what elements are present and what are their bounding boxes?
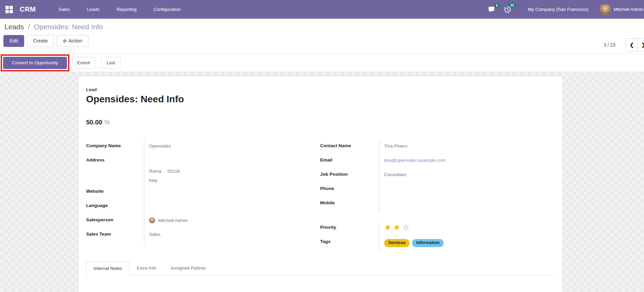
- tag-information[interactable]: Information: [412, 239, 444, 247]
- form-sheet: Lead Opensides: Need Info 50.00% Company…: [78, 76, 563, 292]
- field-email: Email tina@opensides.example.com: [320, 155, 554, 169]
- job-position-value: Consultant: [379, 169, 554, 184]
- probability-unit: %: [104, 119, 110, 126]
- job-position-label: Job Position: [320, 169, 379, 184]
- chevron-left-icon: ❮: [630, 42, 634, 48]
- field-address: Address Roma00118 Italy: [86, 155, 320, 186]
- phone-label: Phone: [320, 184, 379, 198]
- menu-reporting[interactable]: Reporting: [108, 4, 145, 15]
- field-job-position: Job Position Consultant: [320, 169, 554, 184]
- lost-button[interactable]: Lost: [101, 57, 120, 69]
- field-priority: Priority ★★☆: [320, 222, 554, 237]
- sales-team-label: Sales Team: [86, 229, 144, 243]
- chevron-right-icon: ❯: [641, 42, 644, 48]
- breadcrumb-current: Opensides: Need Info: [34, 23, 103, 31]
- field-company-name: Company Name Opensides: [86, 141, 320, 155]
- address-zip: 00118: [167, 169, 180, 174]
- highlight-box: Convert to Opportunity: [1, 54, 69, 71]
- tab-assigned-partner[interactable]: Assigned Partner: [164, 261, 213, 275]
- address-country: Italy: [149, 176, 320, 185]
- menu-leads[interactable]: Leads: [79, 4, 108, 15]
- email-label: Email: [320, 155, 379, 169]
- email-value[interactable]: tina@opensides.example.com: [379, 155, 554, 169]
- gear-icon: ⚙: [63, 38, 67, 44]
- tab-internal-notes[interactable]: Internal Notes: [86, 261, 130, 275]
- company-switcher[interactable]: My Company (San Francisco): [528, 7, 589, 12]
- right-field-group: Contact Name Tina Pinero Email tina@open…: [320, 141, 554, 251]
- tab-extra-info[interactable]: Extra Info: [130, 261, 164, 275]
- language-label: Language: [86, 201, 144, 215]
- star-empty-icon[interactable]: ☆: [402, 223, 410, 232]
- company-name-value: Opensides: [144, 141, 320, 155]
- tags-list: ServicesInformation: [379, 237, 554, 251]
- breadcrumb-separator: /: [28, 23, 30, 31]
- user-name: Mitchell Admin: [614, 7, 644, 12]
- contact-name-value: Tina Pinero: [379, 141, 554, 155]
- chat-bubble-icon: [488, 6, 495, 13]
- website-value: [144, 186, 320, 201]
- star-filled-icon[interactable]: ★: [393, 223, 401, 232]
- statusbar: Convert to Opportunity Enrich Lost: [0, 54, 644, 72]
- user-menu[interactable]: Mitchell Admin: [600, 4, 644, 15]
- salesperson-avatar: [149, 217, 155, 223]
- field-contact-name: Contact Name Tina Pinero: [320, 141, 554, 155]
- company-name-label: Company Name: [86, 141, 144, 155]
- salesperson-name[interactable]: Mitchell Admin: [158, 218, 188, 223]
- menu-configuration[interactable]: Configuration: [145, 4, 189, 15]
- field-mobile: Mobile: [320, 198, 554, 212]
- menu-sales[interactable]: Sales: [50, 4, 79, 15]
- language-value: [144, 201, 320, 215]
- address-value: Roma00118 Italy: [144, 155, 320, 186]
- convert-to-opportunity-button[interactable]: Convert to Opportunity: [3, 57, 67, 69]
- create-button[interactable]: Create: [27, 35, 54, 47]
- control-panel: Leads / Opensides: Need Info Edit Create…: [0, 19, 644, 54]
- priority-stars: ★★☆: [379, 222, 554, 237]
- mobile-value: [379, 198, 554, 212]
- edit-button[interactable]: Edit: [3, 35, 24, 47]
- mobile-label: Mobile: [320, 198, 379, 212]
- left-field-group: Company Name Opensides Address Roma00118…: [86, 141, 320, 251]
- content-background: Lead Opensides: Need Info 50.00% Company…: [0, 72, 644, 292]
- probability: 50.00%: [86, 119, 554, 126]
- app-navbar: CRM Sales Leads Reporting Configuration …: [0, 0, 644, 19]
- control-buttons: Edit Create ⚙Action: [3, 35, 644, 47]
- breadcrumb: Leads / Opensides: Need Info: [0, 19, 644, 31]
- navbar-systray: 5 32 My Company (San Francisco) Mitchell…: [488, 4, 644, 15]
- field-language: Language: [86, 201, 320, 215]
- enrich-button[interactable]: Enrich: [72, 57, 95, 69]
- address-label: Address: [86, 155, 144, 186]
- star-filled-icon[interactable]: ★: [384, 223, 392, 232]
- sales-team-value[interactable]: Sales: [144, 229, 320, 243]
- field-phone: Phone: [320, 184, 554, 198]
- field-groups: Company Name Opensides Address Roma00118…: [86, 141, 554, 251]
- app-name[interactable]: CRM: [20, 5, 36, 13]
- pager-next-button[interactable]: ❯: [638, 39, 644, 51]
- breadcrumb-leads-link[interactable]: Leads: [4, 23, 24, 31]
- priority-label: Priority: [320, 222, 379, 237]
- pager: 3 / 23 ❮ ❯: [604, 38, 644, 51]
- main-menu: Sales Leads Reporting Configuration: [50, 4, 189, 15]
- messages-button[interactable]: 5: [488, 6, 495, 13]
- apps-grid-icon[interactable]: [5, 6, 13, 13]
- page-title: Opensides: Need Info: [86, 94, 554, 105]
- user-avatar: [600, 4, 610, 15]
- action-button-label: Action: [68, 38, 82, 44]
- activities-button[interactable]: 32: [504, 6, 511, 13]
- notebook-tabs: Internal NotesExtra InfoAssigned Partner: [86, 261, 554, 275]
- field-tags: Tags ServicesInformation: [320, 237, 554, 251]
- salesperson-value: Mitchell Admin: [144, 215, 320, 229]
- contact-name-label: Contact Name: [320, 141, 379, 155]
- phone-value: [379, 184, 554, 198]
- pager-buttons: ❮ ❯: [626, 38, 644, 51]
- field-salesperson: Salesperson Mitchell Admin: [86, 215, 320, 229]
- field-website: Website: [86, 186, 320, 201]
- lead-type-label: Lead: [86, 87, 554, 92]
- action-button[interactable]: ⚙Action: [57, 35, 88, 47]
- address-city-line: Roma00118: [149, 167, 320, 176]
- pager-counter: 3 / 23: [604, 42, 615, 48]
- tags-label: Tags: [320, 237, 379, 251]
- tag-services[interactable]: Services: [384, 239, 410, 247]
- messages-badge: 5: [494, 3, 500, 8]
- pager-previous-button[interactable]: ❮: [626, 39, 638, 51]
- probability-value: 50.00: [86, 119, 102, 126]
